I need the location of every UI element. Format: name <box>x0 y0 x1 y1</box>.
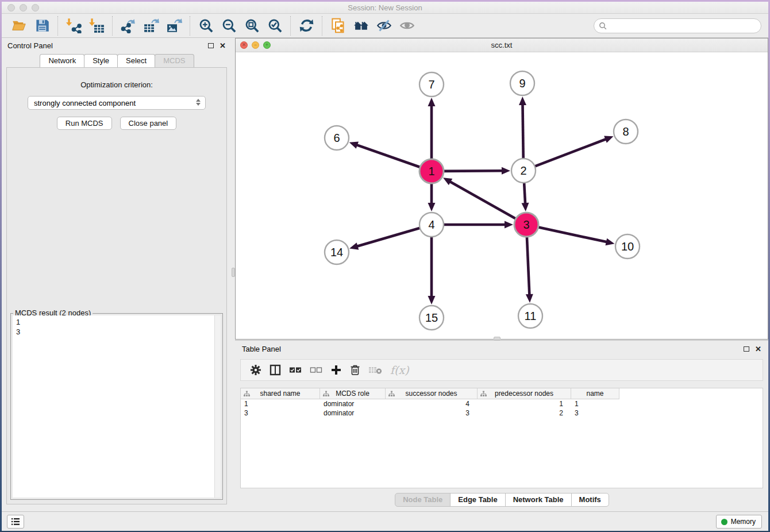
edge-4-14[interactable] <box>356 228 422 246</box>
table-panel-header: Table Panel ✕ <box>235 341 768 357</box>
node-label: 7 <box>428 78 434 91</box>
select-all-columns-button[interactable] <box>289 361 302 379</box>
import-table-button[interactable] <box>85 16 108 36</box>
table-cell[interactable]: dominator <box>320 408 386 418</box>
column-header-predecessor-nodes[interactable]: predecessor nodes <box>478 388 571 399</box>
edge-arrowhead <box>521 203 529 211</box>
node-label: 4 <box>428 218 434 231</box>
apply-function-button[interactable]: f(x) <box>390 361 409 379</box>
hide-graphics-button[interactable] <box>372 16 395 36</box>
table-cell[interactable]: 3 <box>241 408 320 418</box>
tab-style[interactable]: Style <box>84 54 118 67</box>
delete-table-icon <box>368 365 382 375</box>
float-panel-icon[interactable] <box>208 43 214 48</box>
optimization-criterion-label: Optimization criterion: <box>7 80 226 89</box>
save-session-button[interactable] <box>30 16 53 36</box>
column-header-successor-nodes[interactable]: successor nodes <box>386 388 478 399</box>
fx-icon: f(x) <box>390 364 409 376</box>
network-view-window: ✕ − + scc.txt 1234678910111415 <box>235 38 768 340</box>
show-graphics-button[interactable] <box>395 16 418 36</box>
close-panel-icon[interactable]: ✕ <box>220 42 226 49</box>
edge-2-3[interactable] <box>524 181 525 205</box>
edge-2-8[interactable] <box>533 138 607 167</box>
task-history-button[interactable] <box>7 515 24 529</box>
zoom-out-button[interactable] <box>217 16 240 36</box>
node-label: 2 <box>520 164 526 177</box>
add-column-button[interactable] <box>330 361 342 379</box>
column-type-icon <box>244 391 250 397</box>
clone-network-icon <box>330 18 346 33</box>
column-header-name[interactable]: name <box>571 388 619 399</box>
refresh-icon <box>299 18 314 33</box>
deselect-all-columns-button[interactable] <box>310 361 322 379</box>
search-icon <box>599 22 607 30</box>
zoom-in-button[interactable] <box>194 16 217 36</box>
column-header-MCDS-role[interactable]: MCDS role <box>320 388 386 399</box>
table-cell[interactable]: 3 <box>571 408 619 418</box>
zoom-fit-button[interactable] <box>240 16 263 36</box>
tab-mcds[interactable]: MCDS <box>155 54 194 67</box>
table-cell[interactable]: dominator <box>320 399 386 408</box>
eye-icon <box>399 18 415 33</box>
criterion-select[interactable]: strongly connected component <box>28 96 206 110</box>
table-cell[interactable]: 4 <box>386 399 478 408</box>
table-cell[interactable]: 2 <box>478 408 571 418</box>
clone-network-button[interactable] <box>326 16 349 36</box>
edge-arrowhead <box>428 98 436 106</box>
search-input[interactable] <box>594 18 761 33</box>
delete-table-button[interactable] <box>368 361 382 379</box>
table-cell[interactable]: 3 <box>386 408 478 418</box>
refresh-button[interactable] <box>295 16 318 36</box>
table-cell[interactable]: 1 <box>478 399 571 408</box>
table-row[interactable]: 1dominator411 <box>241 399 763 408</box>
mcds-result-text: 1 3 <box>13 315 214 498</box>
node-table[interactable]: shared nameMCDS rolesuccessor nodesprede… <box>240 388 763 488</box>
node-label: 9 <box>519 77 525 90</box>
show-columns-button[interactable] <box>270 361 281 379</box>
eye-slash-icon <box>376 18 392 33</box>
table-panel-title: Table Panel <box>242 345 281 353</box>
delete-column-button[interactable] <box>350 361 360 379</box>
export-network-button[interactable] <box>117 16 140 36</box>
control-panel-header: Control Panel ✕ <box>2 38 232 53</box>
table-cell[interactable]: 1 <box>571 399 619 408</box>
control-panel-tabs: NetworkStyleSelectMCDS <box>2 54 232 67</box>
table-settings-button[interactable] <box>250 361 261 379</box>
home-view-button[interactable] <box>349 16 372 36</box>
tab-network[interactable]: Network <box>40 54 84 67</box>
tab-node-table[interactable]: Node Table <box>395 493 451 507</box>
edge-3-1[interactable] <box>449 181 517 219</box>
edge-3-10[interactable] <box>537 227 608 242</box>
float-table-panel-icon[interactable] <box>744 346 749 352</box>
table-row[interactable]: 3dominator323 <box>241 408 763 418</box>
result-scrollbar[interactable] <box>214 315 221 498</box>
zoom-selected-icon <box>267 18 283 33</box>
table-cell[interactable]: 1 <box>241 399 320 408</box>
tab-motifs[interactable]: Motifs <box>571 493 609 507</box>
memory-button[interactable]: Memory <box>716 515 762 529</box>
edge-3-11[interactable] <box>527 235 530 296</box>
network-canvas[interactable]: 1234678910111415 <box>236 52 768 339</box>
edge-1-6[interactable] <box>356 145 422 168</box>
toolbar-separator <box>112 16 113 36</box>
zoom-selected-button[interactable] <box>263 16 286 36</box>
import-network-button[interactable] <box>62 16 85 36</box>
export-table-button[interactable] <box>140 16 163 36</box>
edge-2-9[interactable] <box>522 103 523 160</box>
tab-edge-table[interactable]: Edge Table <box>450 493 505 507</box>
tab-select[interactable]: Select <box>117 54 155 67</box>
edge-1-2[interactable] <box>442 171 503 171</box>
horizontal-splitter-grip[interactable] <box>494 337 500 340</box>
table-panel: Table Panel ✕ <box>235 340 768 511</box>
export-image-button[interactable] <box>163 16 186 36</box>
close-panel-button[interactable]: Close panel <box>120 117 177 130</box>
search-box <box>594 18 761 33</box>
column-header-shared-name[interactable]: shared name <box>241 388 320 399</box>
node-label: 6 <box>333 132 340 144</box>
open-file-button[interactable] <box>7 16 30 36</box>
run-mcds-button[interactable]: Run MCDS <box>57 117 112 130</box>
columns-icon <box>270 364 281 376</box>
tab-network-table[interactable]: Network Table <box>505 493 572 507</box>
memory-label: Memory <box>731 518 756 526</box>
close-table-panel-icon[interactable]: ✕ <box>755 345 761 353</box>
